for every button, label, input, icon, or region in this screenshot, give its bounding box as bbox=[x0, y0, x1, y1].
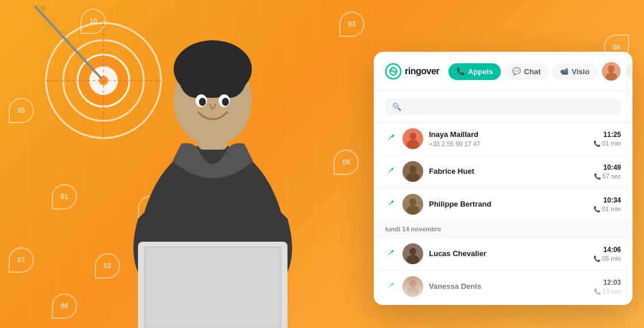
call-time-2: 10:49 bbox=[594, 163, 621, 173]
tab-visio[interactable]: 📹 Visio bbox=[552, 63, 597, 80]
call-meta-1: 11:25 📞 01 min bbox=[593, 131, 621, 147]
svg-point-46 bbox=[407, 173, 419, 182]
call-duration-4: 📞 05 min bbox=[593, 255, 621, 262]
svg-point-27 bbox=[213, 52, 247, 98]
svg-point-45 bbox=[409, 166, 416, 173]
appels-label: Appels bbox=[468, 67, 493, 76]
contact-phone-1: +33 2 55 99 17 47 bbox=[429, 140, 588, 147]
bubble-07: 07 bbox=[9, 247, 34, 273]
logo-container: ringover bbox=[385, 63, 439, 79]
chat-tab-icon: 💬 bbox=[512, 67, 521, 75]
call-row[interactable]: Lucas Chevalier 14:06 📞 05 min bbox=[374, 238, 632, 270]
search-input[interactable] bbox=[406, 102, 614, 111]
contact-info-5: Vanessa Denis bbox=[429, 282, 588, 292]
logo-text: ringover bbox=[405, 66, 439, 77]
contact-avatar-1 bbox=[402, 128, 423, 149]
call-meta-4: 14:06 📞 05 min bbox=[593, 246, 621, 262]
ringover-logo-icon bbox=[385, 63, 401, 79]
svg-point-40 bbox=[393, 135, 394, 137]
bubble-03: 03 bbox=[339, 12, 365, 37]
call-duration-2: 📞 57 sec bbox=[594, 173, 621, 180]
visio-tab-icon: 📹 bbox=[560, 67, 569, 75]
contact-name-3: Philippe Bertrand bbox=[429, 200, 588, 209]
search-icon: 🔍 bbox=[392, 102, 401, 111]
call-list: Inaya Maillard +33 2 55 99 17 47 11:25 📞… bbox=[374, 123, 632, 301]
user-avatar-button[interactable] bbox=[602, 62, 620, 81]
svg-point-52 bbox=[407, 255, 419, 264]
call-duration-1: 📞 01 min bbox=[593, 140, 621, 147]
call-time-3: 10:34 bbox=[593, 196, 621, 205]
call-duration-3: 📞 01 min bbox=[593, 205, 621, 212]
person-illustration bbox=[92, 17, 334, 328]
svg-point-38 bbox=[608, 66, 615, 73]
call-time-1: 11:25 bbox=[593, 131, 621, 140]
contact-name-5: Vanessa Denis bbox=[429, 282, 588, 292]
app-panel: ringover 📞 Appels 💬 Chat 📹 Visio bbox=[374, 52, 632, 305]
svg-point-49 bbox=[407, 205, 419, 215]
bubble-06: 06 bbox=[52, 293, 77, 319]
contact-avatar-3 bbox=[402, 194, 423, 215]
contact-info-2: Fabrice Huet bbox=[429, 167, 588, 177]
user-avatar bbox=[602, 62, 620, 81]
call-row[interactable]: Philippe Bertrand 10:34 📞 01 min bbox=[374, 188, 632, 221]
svg-point-55 bbox=[407, 288, 419, 297]
call-meta-2: 10:49 📞 57 sec bbox=[594, 163, 621, 180]
outgoing-call-icon-2 bbox=[385, 166, 397, 177]
incoming-call-icon-4 bbox=[385, 248, 397, 260]
outgoing-call-icon-1 bbox=[385, 133, 397, 144]
contact-name-1: Inaya Maillard bbox=[429, 130, 588, 140]
svg-point-26 bbox=[178, 52, 213, 98]
bubble-05: 05 bbox=[9, 98, 34, 123]
call-time-4: 14:06 bbox=[593, 246, 621, 255]
lightning-button[interactable]: ⚡ bbox=[626, 62, 632, 81]
call-time-5: 12:03 bbox=[594, 279, 621, 288]
bubble-01: 01 bbox=[52, 184, 77, 209]
svg-rect-34 bbox=[146, 249, 279, 327]
svg-point-43 bbox=[407, 140, 419, 149]
contact-avatar-4 bbox=[402, 243, 423, 264]
contact-info-3: Philippe Bertrand bbox=[429, 200, 588, 209]
contact-name-2: Fabrice Huet bbox=[429, 167, 588, 177]
call-row[interactable]: Fabrice Huet 10:49 📞 57 sec bbox=[374, 155, 632, 188]
svg-point-31 bbox=[222, 98, 229, 106]
svg-point-42 bbox=[409, 133, 416, 140]
call-row[interactable]: Inaya Maillard +33 2 55 99 17 47 11:25 📞… bbox=[374, 123, 632, 155]
svg-point-48 bbox=[409, 199, 416, 206]
call-duration-5: 📞 13 sec bbox=[594, 288, 621, 295]
nav-tabs: 📞 Appels 💬 Chat 📹 Visio bbox=[448, 63, 597, 80]
chat-label: Chat bbox=[524, 67, 540, 76]
visio-label: Visio bbox=[572, 67, 589, 76]
contact-avatar-5 bbox=[402, 276, 423, 297]
call-meta-3: 10:34 📞 01 min bbox=[593, 196, 621, 213]
app-header: ringover 📞 Appels 💬 Chat 📹 Visio bbox=[374, 52, 632, 91]
tab-appels[interactable]: 📞 Appels bbox=[448, 63, 501, 80]
contact-info-4: Lucas Chevalier bbox=[429, 249, 588, 259]
call-row[interactable]: Vanessa Denis 12:03 📞 13 sec bbox=[374, 270, 632, 301]
svg-point-30 bbox=[199, 98, 206, 106]
outgoing-call-icon-3 bbox=[385, 199, 397, 210]
incoming-call-icon-5 bbox=[385, 281, 397, 292]
bubble-09: 09 bbox=[334, 150, 359, 175]
call-meta-5: 12:03 📞 13 sec bbox=[594, 279, 621, 295]
search-wrap: 🔍 bbox=[385, 98, 621, 115]
phone-tab-icon: 📞 bbox=[457, 67, 465, 75]
date-divider: lundi 14 novembre bbox=[374, 221, 632, 238]
svg-point-54 bbox=[409, 281, 416, 288]
contact-avatar-2 bbox=[402, 161, 423, 182]
svg-point-51 bbox=[409, 248, 416, 255]
contact-info-1: Inaya Maillard +33 2 55 99 17 47 bbox=[429, 130, 588, 147]
tab-chat[interactable]: 💬 Chat bbox=[504, 63, 549, 80]
search-container: 🔍 bbox=[374, 91, 632, 123]
header-actions: ⚡ 👑 bbox=[602, 62, 632, 81]
contact-name-4: Lucas Chevalier bbox=[429, 249, 588, 259]
